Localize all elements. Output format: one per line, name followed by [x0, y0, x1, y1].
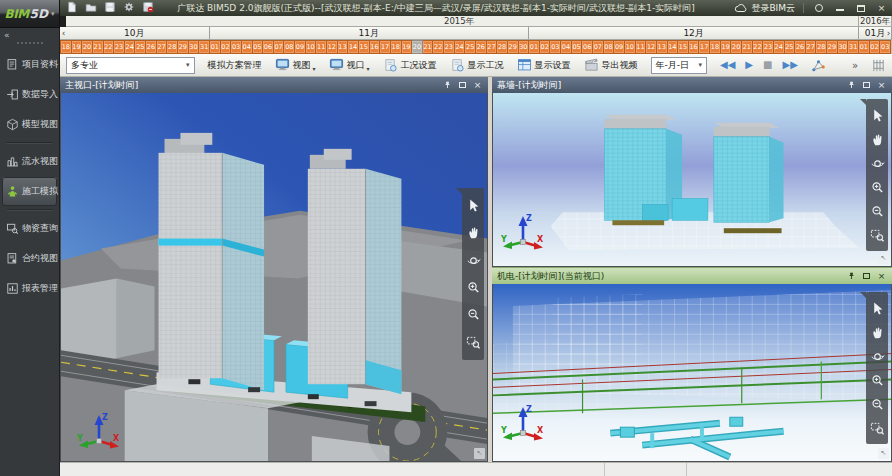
viewport-button[interactable]: 视口 ▾ [329, 58, 370, 72]
timeline-day[interactable]: 11 [636, 40, 647, 54]
close-viewport-button[interactable]: × [876, 80, 887, 91]
curtain-3d-canvas[interactable]: Z Y X ↖ [492, 93, 892, 267]
timeline-day[interactable]: 26 [146, 40, 157, 54]
timeline-day[interactable]: 25 [785, 40, 796, 54]
timeline-day[interactable]: 16 [370, 40, 381, 54]
sidebar-item-construction-simulation[interactable]: 施工模拟 [2, 177, 57, 206]
restore-viewport-button[interactable] [861, 80, 872, 91]
pan-tool-icon[interactable] [868, 130, 886, 148]
timeline-day[interactable]: 16 [689, 40, 700, 54]
timeline-day[interactable]: 17 [699, 40, 710, 54]
timeline-day[interactable]: 27 [487, 40, 498, 54]
timeline-day[interactable]: 31 [848, 40, 859, 54]
timeline-day[interactable]: 26 [795, 40, 806, 54]
timeline-day[interactable]: 07 [274, 40, 285, 54]
timeline-day[interactable]: 29 [508, 40, 519, 54]
timeline-day[interactable]: 14 [348, 40, 359, 54]
sidebar-grip[interactable] [17, 42, 43, 44]
zoom-out-tool-icon[interactable] [464, 306, 482, 324]
timeline-day[interactable]: 22 [433, 40, 444, 54]
stop-button[interactable]: ■ [763, 60, 772, 70]
viewport-restore-corner-button[interactable]: ↖ [474, 448, 485, 459]
timeline-day[interactable]: 23 [763, 40, 774, 54]
close-window-button[interactable]: × [875, 3, 888, 14]
pin-viewport-button[interactable] [846, 271, 857, 282]
timeline-day[interactable]: 13 [657, 40, 668, 54]
select-tool-icon[interactable] [464, 197, 482, 215]
simulation-plan-manage-button[interactable]: 模拟方案管理 [208, 59, 262, 72]
play-button[interactable]: ▶ [745, 60, 753, 70]
timeline-day[interactable]: 20 [412, 40, 423, 54]
timeline-day[interactable]: 29 [827, 40, 838, 54]
timeline-day[interactable]: 09 [295, 40, 306, 54]
close-viewport-button[interactable]: × [472, 80, 483, 91]
timeline-day[interactable]: 19 [721, 40, 732, 54]
viewport-restore-corner-button[interactable]: ↖ [878, 448, 889, 459]
sidebar-item-model-view[interactable]: 模型视图 [2, 110, 57, 139]
timeline-day[interactable]: 30 [519, 40, 530, 54]
timeline-day[interactable]: 04 [561, 40, 572, 54]
timeline-day[interactable]: 19 [72, 40, 83, 54]
sidebar-collapse-button[interactable]: « [4, 30, 10, 40]
title-bar[interactable]: 广联达 BIM5D 2.0旗舰版(正式版)--[武汉联想-副本-E:/中建三局—… [0, 0, 892, 16]
timeline-day[interactable]: 28 [497, 40, 508, 54]
timeline-day[interactable]: 07 [593, 40, 604, 54]
timeline-day[interactable]: 18 [60, 40, 72, 54]
timeline-scroll-right-button[interactable]: › [885, 27, 892, 40]
timeline-day[interactable]: 09 [614, 40, 625, 54]
timeline-day[interactable]: 14 [668, 40, 679, 54]
restore-viewport-button[interactable] [861, 271, 872, 282]
timeline-day[interactable]: 04 [242, 40, 253, 54]
work-condition-settings-button[interactable]: 工况设置 [383, 58, 437, 72]
timeline-day[interactable]: 28 [816, 40, 827, 54]
mep-viewport-header[interactable]: 机电-[计划时间](当前视口) × [492, 267, 892, 284]
timeline-day[interactable]: 01 [210, 40, 221, 54]
timeline-day[interactable]: 31 [199, 40, 210, 54]
pin-viewport-button[interactable] [442, 80, 453, 91]
main-3d-canvas[interactable]: Z Y X ↖ [60, 93, 488, 462]
fast-forward-button[interactable]: ▶▶ [782, 60, 797, 70]
timeline-day[interactable]: 30 [838, 40, 849, 54]
timeline-day[interactable]: 26 [476, 40, 487, 54]
pin-viewport-button[interactable] [846, 80, 857, 91]
maximize-button[interactable] [854, 3, 867, 14]
zoom-window-tool-icon[interactable] [464, 333, 482, 351]
minimize-button[interactable] [833, 3, 846, 14]
orbit-tool-icon[interactable] [464, 251, 482, 269]
zoom-out-tool-icon[interactable] [868, 202, 886, 220]
specialty-dropdown[interactable]: 多专业 ▾ [66, 57, 195, 74]
pan-tool-icon[interactable] [868, 323, 886, 341]
date-format-dropdown[interactable]: 年-月-日 ▾ [651, 57, 707, 74]
select-tool-icon[interactable] [868, 299, 886, 317]
timeline-day[interactable]: 27 [806, 40, 817, 54]
timeline-day[interactable]: 02 [221, 40, 232, 54]
timeline-day[interactable]: 24 [455, 40, 466, 54]
zoom-in-tool-icon[interactable] [868, 371, 886, 389]
timeline-day[interactable]: 21 [93, 40, 104, 54]
sidebar-item-material-query[interactable]: 物资查询 [2, 214, 57, 243]
sidebar-item-flow-view[interactable]: 流水视图 [2, 147, 57, 176]
timeline-day[interactable]: 18 [710, 40, 721, 54]
restore-viewport-button[interactable] [457, 80, 468, 91]
zoom-window-tool-icon[interactable] [868, 419, 886, 437]
orbit-tool-icon[interactable] [868, 347, 886, 365]
timeline-day[interactable]: 10 [625, 40, 636, 54]
mep-3d-canvas[interactable]: Z Y X ↖ [492, 284, 892, 462]
timeline-day[interactable]: 19 [402, 40, 413, 54]
zoom-in-tool-icon[interactable] [868, 178, 886, 196]
timeline-day[interactable]: 01 [859, 40, 870, 54]
timeline-day[interactable]: 15 [359, 40, 370, 54]
toolbar-overflow-button[interactable]: » [852, 60, 858, 71]
timeline-day[interactable]: 06 [263, 40, 274, 54]
timeline-day[interactable]: 05 [253, 40, 264, 54]
timeline-day[interactable]: 05 [572, 40, 583, 54]
timeline-scroll-left-button[interactable]: ‹ [60, 27, 67, 40]
pan-tool-icon[interactable] [464, 224, 482, 242]
bim5d-logo[interactable]: BIM 5D ▾ [0, 0, 60, 28]
timeline-day[interactable]: 30 [189, 40, 200, 54]
viewport-restore-corner-button[interactable]: ↖ [878, 253, 889, 264]
show-work-condition-button[interactable]: 显示工况 [450, 58, 504, 72]
timeline-day[interactable]: 11 [316, 40, 327, 54]
timeline-day[interactable]: 24 [125, 40, 136, 54]
timeline-day[interactable]: 25 [465, 40, 476, 54]
